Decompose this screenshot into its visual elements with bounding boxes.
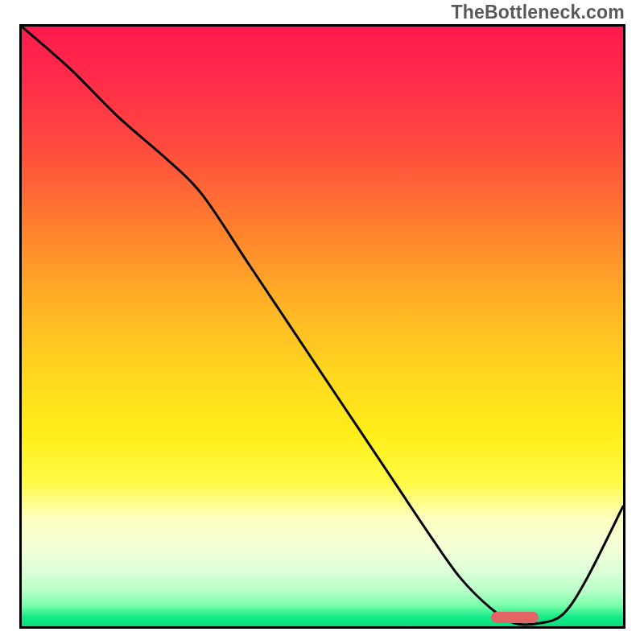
attribution-label: TheBottleneck.com — [451, 2, 625, 23]
bottleneck-chart: TheBottleneck.com — [0, 0, 644, 644]
curve-path — [22, 27, 623, 625]
plot-frame — [19, 24, 625, 629]
bottleneck-curve — [22, 27, 623, 626]
optimum-marker — [491, 612, 539, 623]
